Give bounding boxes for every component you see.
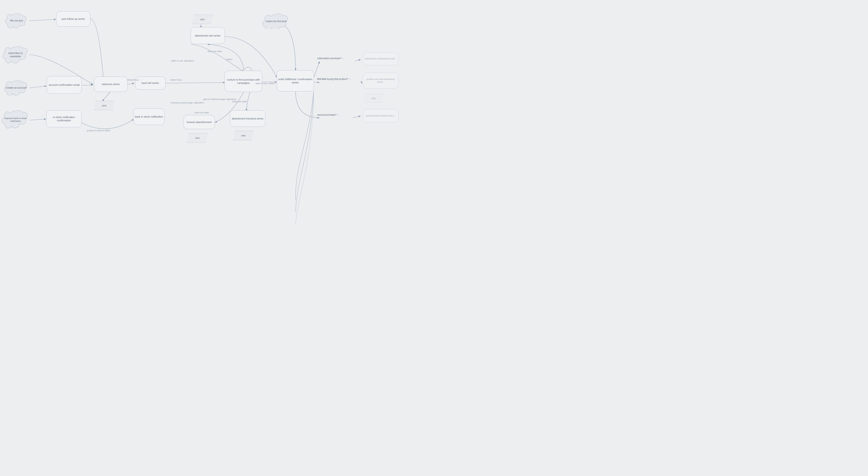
node-hard-sell: hard sell series: [135, 76, 165, 90]
svg-line-5: [127, 83, 134, 84]
node-label: browse abandonment: [187, 121, 212, 124]
svg-line-9: [314, 61, 319, 78]
node-welcome-series: welcome series: [94, 76, 128, 92]
trigger-label: requests back-in-stock notification: [1, 115, 30, 125]
trigger-orders-first-time: orders for first time: [261, 14, 292, 29]
svg-line-2: [29, 19, 56, 21]
node-label: sms: [371, 97, 376, 100]
node-sms-abandoned-cart: sms: [192, 14, 213, 24]
node-label: sms: [102, 104, 106, 107]
node-sms-welcome: sms: [94, 101, 115, 110]
trigger-back-in-stock: requests back-in-stock notification: [1, 110, 30, 129]
flow-diagram: fills out quiz subscribes to newsletter …: [0, 0, 434, 238]
trigger-label: orders for first time: [264, 18, 288, 25]
node-first-time-buying: first time buying that product? →: [317, 78, 351, 80]
node-label: in-stock notification confirmation: [46, 115, 81, 122]
node-sms-checkout: sms: [233, 131, 254, 140]
node-label: sms: [241, 134, 246, 137]
node-label: back in stock notification: [135, 115, 163, 118]
node-abandoned-checkout: abandoned checkout series: [230, 110, 266, 127]
node-label: account confirmation email: [49, 83, 80, 87]
trigger-subscribes: subscribes to newsletter: [2, 46, 29, 64]
node-label: abandoned cart series: [195, 34, 220, 37]
node-browse-abandonment: browse abandonment: [184, 115, 215, 129]
node-label: order fulfillment / confirmation series: [277, 77, 314, 84]
node-subscription-onboarding: subscription onboarding email...: [363, 52, 399, 65]
edge-does-not-order-3: does not order: [232, 100, 247, 103]
node-abandoned-cart: abandoned cart series: [191, 27, 225, 44]
node-label: product edu and onboarding email...: [363, 78, 398, 83]
node-label: subscription onboarding email...: [365, 57, 397, 60]
node-subscription-purchase: subscription purchase? →: [317, 57, 345, 60]
node-post-purchase: post-purchase loyalty series...: [363, 109, 399, 123]
node-label: hard sell series: [142, 81, 159, 84]
node-sms-browse: sms: [187, 133, 208, 143]
edge-orders: orders: [226, 58, 232, 61]
node-order-fulfillment: order fulfillment / confirmation series: [277, 70, 314, 92]
node-sms-right: sms: [363, 94, 384, 103]
svg-line-12: [361, 81, 362, 82]
svg-line-10: [314, 82, 319, 82]
edge-does-not-order-2: does not order: [195, 111, 209, 114]
svg-line-3: [29, 86, 47, 88]
node-label: sms: [195, 137, 199, 139]
node-product-edu: product edu and onboarding email...: [363, 73, 399, 89]
node-quiz-follow-up: quiz follow up series: [56, 11, 90, 27]
trigger-creates-account: creates an account: [3, 80, 29, 96]
node-second-purchase: second purchase? →: [317, 113, 340, 116]
trigger-label: subscribes to newsletter: [2, 50, 29, 60]
node-label: welcome series: [102, 82, 120, 86]
edge-checkout-abandons: gets to checkout page, abandons: [203, 98, 236, 100]
svg-line-13: [352, 116, 361, 118]
trigger-fills-out-quiz: fills out quiz: [4, 13, 29, 28]
trigger-label: fills out quiz: [8, 17, 25, 24]
svg-line-8: [30, 119, 46, 120]
node-label: sms: [200, 18, 205, 21]
node-nurture: nurture to first purchase with campaigns: [224, 71, 262, 92]
svg-line-11: [355, 59, 361, 61]
edge-product-back-stock: product is back in stock: [87, 129, 110, 132]
svg-line-6: [165, 82, 225, 83]
node-account-confirmation: account confirmation email: [47, 76, 82, 94]
node-back-in-stock-notification: back in stock notification: [133, 108, 165, 125]
svg-line-4: [81, 85, 93, 86]
svg-line-15: [102, 92, 110, 101]
node-label: abandoned checkout series: [232, 117, 264, 120]
edge-browses-product: browses product page, abandons: [171, 101, 204, 104]
edge-doesnt-buy-2: doesn't buy →: [170, 78, 184, 81]
edge-adds-to-cart: adds to cart, abandons: [171, 59, 194, 62]
node-label: nurture to first purchase with campaigns: [225, 78, 262, 85]
node-label: quiz follow up series: [62, 17, 85, 21]
node-label: post-purchase loyalty series...: [366, 114, 396, 117]
edge-does-not-order-1: does not order: [208, 50, 222, 53]
trigger-label: creates an account: [4, 84, 29, 92]
node-instock-notification: in-stock notification confirmation: [46, 110, 82, 127]
